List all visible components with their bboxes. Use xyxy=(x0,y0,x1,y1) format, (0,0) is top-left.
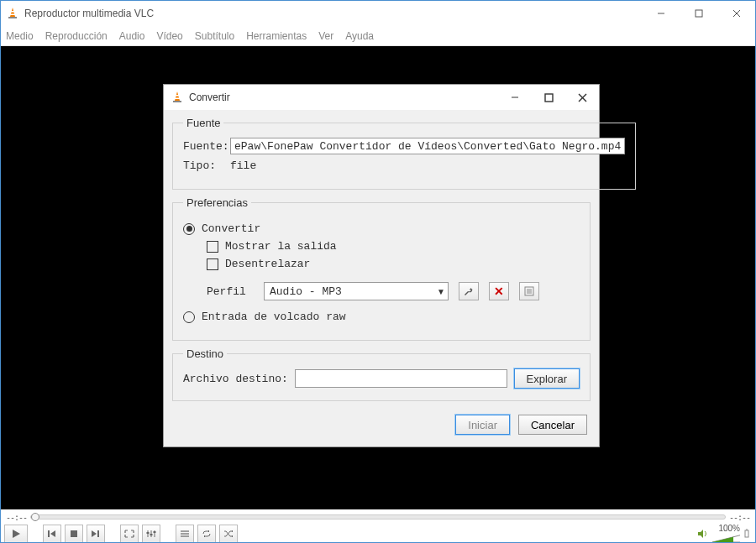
fuente-input[interactable]: ePaw\FonePaw Convertidor de Vídeos\Conve… xyxy=(230,138,625,154)
radio-raw[interactable]: Entrada de volcado raw xyxy=(183,311,580,323)
convert-dialog: Convertir Fuente Fuente: ePaw\FonePaw Co… xyxy=(163,84,600,447)
vlc-cone-icon xyxy=(6,7,19,20)
dialog-close-button[interactable] xyxy=(565,85,599,110)
chevron-down-icon: ▼ xyxy=(434,287,448,296)
iniciar-button[interactable]: Iniciar xyxy=(455,415,510,435)
svg-rect-9 xyxy=(176,95,180,97)
svg-marker-35 xyxy=(698,530,703,538)
perfil-combobox[interactable]: Audio - MP3 ▼ xyxy=(264,282,449,300)
svg-rect-29 xyxy=(147,532,150,534)
dialog-button-row: Iniciar Cancelar xyxy=(172,408,591,443)
cancelar-label: Cancelar xyxy=(531,419,575,431)
perfil-label: Perfil xyxy=(207,285,254,298)
menubar: Medio Reproducción Audio Vídeo Subtítulo… xyxy=(1,26,755,46)
main-titlebar: Reproductor multimedia VLC xyxy=(1,1,755,26)
play-button[interactable] xyxy=(4,525,28,543)
dialog-title: Convertir xyxy=(189,91,498,103)
edit-profile-button[interactable] xyxy=(459,282,479,300)
radio-convertir[interactable]: Convertir xyxy=(183,222,580,235)
svg-rect-23 xyxy=(71,530,77,537)
time-total: --:-- xyxy=(729,513,750,522)
minimize-button[interactable] xyxy=(642,1,680,26)
checkbox-desentrelazar-label: Desentrelazar xyxy=(225,258,310,270)
maximize-button[interactable] xyxy=(680,1,717,26)
volume-slider[interactable] xyxy=(711,533,740,544)
svg-rect-5 xyxy=(696,10,702,17)
play-icon xyxy=(11,529,21,539)
fuente-legend: Fuente xyxy=(183,117,223,129)
prev-icon xyxy=(47,530,57,538)
checkbox-desentrelazar[interactable]: Desentrelazar xyxy=(207,258,580,270)
svg-rect-13 xyxy=(545,94,553,102)
menu-reproduccion[interactable]: Reproducción xyxy=(45,30,108,42)
dialog-maximize-button[interactable] xyxy=(532,85,565,110)
tipo-value: file xyxy=(230,159,256,172)
preferencias-group: Preferencias Convertir Mostrar la salida… xyxy=(172,196,591,341)
new-profile-icon xyxy=(523,285,535,297)
menu-ayuda[interactable]: Ayuda xyxy=(345,30,374,42)
seek-thumb[interactable] xyxy=(31,513,39,521)
destino-legend: Destino xyxy=(183,347,227,360)
prev-button[interactable] xyxy=(43,525,61,543)
new-profile-button[interactable] xyxy=(519,282,539,300)
seek-bar[interactable]: --:-- --:-- xyxy=(1,509,755,525)
video-area: Convertir Fuente Fuente: ePaw\FonePaw Co… xyxy=(1,46,755,509)
next-button[interactable] xyxy=(87,525,105,543)
wrench-icon xyxy=(463,285,475,297)
menu-ver[interactable]: Ver xyxy=(318,30,333,42)
volume-percent: 100% xyxy=(718,524,740,533)
menu-subtitulo[interactable]: Subtítulo xyxy=(195,30,234,42)
fullscreen-button[interactable] xyxy=(120,525,139,543)
svg-rect-10 xyxy=(175,98,180,100)
close-button[interactable] xyxy=(717,1,755,26)
svg-rect-30 xyxy=(150,534,153,535)
stop-button[interactable] xyxy=(65,525,83,543)
fuente-group: Fuente Fuente: ePaw\FonePaw Convertidor … xyxy=(172,117,636,190)
x-icon: ✕ xyxy=(494,285,504,298)
menu-herramientas[interactable]: Herramientas xyxy=(246,30,307,42)
shuffle-icon xyxy=(223,530,234,538)
tipo-label: Tipo: xyxy=(183,159,230,172)
svg-rect-21 xyxy=(48,530,50,537)
speaker-icon xyxy=(696,528,708,540)
player-controls: 100% xyxy=(1,525,755,543)
equalizer-icon xyxy=(146,530,156,538)
radio-convertir-label: Convertir xyxy=(202,222,260,235)
svg-rect-11 xyxy=(173,101,181,102)
ext-settings-button[interactable] xyxy=(142,525,160,543)
archivo-destino-label: Archivo destino: xyxy=(183,373,288,385)
cancelar-button[interactable]: Cancelar xyxy=(518,415,587,435)
menu-audio[interactable]: Audio xyxy=(119,30,145,42)
svg-marker-24 xyxy=(92,530,97,537)
playlist-button[interactable] xyxy=(176,525,194,543)
checkbox-mostrar-salida[interactable]: Mostrar la salida xyxy=(207,240,580,253)
time-elapsed: --:-- xyxy=(6,513,27,522)
fuente-label: Fuente: xyxy=(183,140,230,153)
explorar-label: Explorar xyxy=(527,373,567,385)
menu-video[interactable]: Vídeo xyxy=(156,30,182,42)
radio-raw-label: Entrada de volcado raw xyxy=(202,311,346,323)
perfil-value: Audio - MP3 xyxy=(265,285,434,298)
dialog-body: Fuente Fuente: ePaw\FonePaw Convertidor … xyxy=(164,110,599,446)
menu-medio[interactable]: Medio xyxy=(6,30,34,42)
delete-profile-button[interactable]: ✕ xyxy=(489,282,509,300)
dialog-titlebar[interactable]: Convertir xyxy=(164,85,599,110)
loop-button[interactable] xyxy=(197,525,216,543)
destino-group: Destino Archivo destino: Explorar xyxy=(172,347,591,401)
seek-track[interactable] xyxy=(30,514,726,520)
svg-rect-3 xyxy=(8,17,17,18)
volume-control[interactable]: 100% xyxy=(696,524,752,544)
svg-rect-1 xyxy=(11,11,15,13)
dialog-minimize-button[interactable] xyxy=(498,85,532,110)
vlc-cone-icon xyxy=(171,91,184,104)
shuffle-button[interactable] xyxy=(219,525,238,543)
next-icon xyxy=(91,530,101,538)
playlist-icon xyxy=(180,530,190,538)
svg-rect-38 xyxy=(745,530,748,537)
svg-marker-20 xyxy=(13,530,20,538)
explorar-button[interactable]: Explorar xyxy=(514,368,580,389)
archivo-destino-input[interactable] xyxy=(295,369,507,388)
svg-rect-2 xyxy=(10,14,15,16)
svg-rect-25 xyxy=(97,530,99,537)
mute-icon[interactable] xyxy=(743,528,752,540)
